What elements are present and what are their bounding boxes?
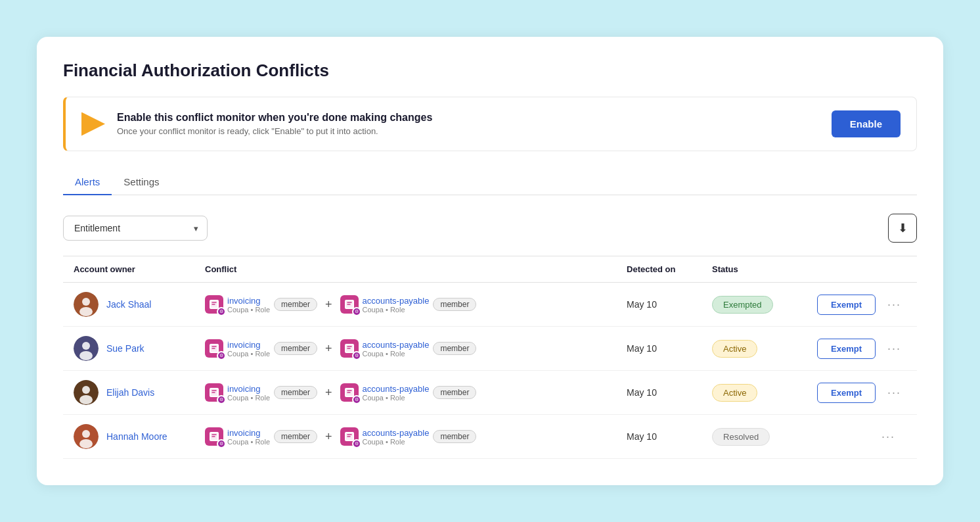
gear-icon: ⚙ — [352, 395, 361, 404]
gear-icon: ⚙ — [217, 307, 226, 316]
download-icon: ⬇ — [898, 221, 908, 235]
more-options-button[interactable]: ··· — [882, 339, 906, 358]
role-link-right[interactable]: accounts-payable — [363, 428, 430, 438]
col-status: Status — [702, 256, 807, 283]
role-badge-left: member — [274, 298, 317, 311]
col-detected-on: Detected on — [616, 256, 702, 283]
banner-subtitle: Once your conflict monitor is ready, cli… — [117, 126, 832, 136]
plus-icon: + — [323, 430, 335, 444]
actions-cell: ··· — [807, 415, 917, 459]
user-cell: Hannah Moore — [63, 415, 194, 459]
entitlement-select[interactable]: Entitlement Role Group — [63, 216, 208, 241]
role-badge-left: member — [274, 342, 317, 355]
svg-rect-19 — [345, 433, 353, 440]
info-banner: Enable this conflict monitor when you're… — [63, 97, 917, 151]
svg-rect-8 — [210, 344, 218, 352]
role-link-right[interactable]: accounts-payable — [363, 384, 430, 394]
conflict-left: ⚙ invoicing Coupa • Role member — [205, 383, 317, 402]
conflict-cell: ⚙ invoicing Coupa • Role member + ⚙ acco… — [194, 283, 616, 327]
role-sub-left: Coupa • Role — [227, 306, 270, 314]
status-badge: Exempted — [712, 296, 773, 314]
toolbar: Entitlement Role Group ▾ ⬇ — [63, 214, 917, 243]
gear-icon: ⚙ — [352, 439, 361, 448]
tab-alerts[interactable]: Alerts — [63, 170, 112, 195]
role-sub-left: Coupa • Role — [227, 394, 270, 402]
status-cell: Active — [702, 371, 807, 415]
role-link-right[interactable]: accounts-payable — [363, 296, 430, 306]
svg-point-2 — [79, 307, 93, 316]
role-icon: ⚙ — [205, 383, 223, 402]
svg-point-11 — [82, 386, 90, 394]
actions-cell: Exempt ··· — [807, 283, 917, 327]
conflict-cell: ⚙ invoicing Coupa • Role member + ⚙ acco… — [194, 415, 616, 459]
conflict-right: ⚙ accounts-payable Coupa • Role member — [340, 383, 477, 402]
actions-cell: Exempt ··· — [807, 371, 917, 415]
svg-rect-13 — [210, 389, 218, 396]
avatar — [74, 380, 99, 405]
svg-point-1 — [82, 298, 90, 306]
exempt-button[interactable]: Exempt — [817, 295, 876, 315]
actions-cell: Exempt ··· — [807, 327, 917, 371]
role-icon: ⚙ — [340, 339, 359, 358]
conflict-left: ⚙ invoicing Coupa • Role member — [205, 427, 317, 446]
role-badge-right: member — [433, 342, 476, 355]
exempt-button[interactable]: Exempt — [817, 383, 876, 403]
svg-point-7 — [79, 351, 93, 360]
svg-point-6 — [82, 342, 90, 350]
svg-rect-18 — [210, 433, 218, 440]
conflict-left: ⚙ invoicing Coupa • Role member — [205, 295, 317, 314]
table-row: Sue Park ⚙ invoicing Coupa • Role member… — [63, 327, 917, 371]
more-options-button[interactable]: ··· — [882, 295, 906, 314]
role-sub-left: Coupa • Role — [227, 438, 270, 446]
page-title: Financial Authorization Conflicts — [63, 60, 917, 81]
plus-icon: + — [323, 298, 335, 312]
enable-button[interactable]: Enable — [832, 110, 901, 137]
svg-point-12 — [79, 395, 93, 404]
role-info-left: invoicing Coupa • Role — [227, 296, 270, 314]
user-link[interactable]: Jack Shaal — [106, 299, 151, 310]
role-link-left[interactable]: invoicing — [227, 384, 270, 394]
play-icon — [81, 112, 105, 136]
gear-icon: ⚙ — [217, 439, 226, 448]
conflict-cell: ⚙ invoicing Coupa • Role member + ⚙ acco… — [194, 327, 616, 371]
role-info-right: accounts-payable Coupa • Role — [363, 384, 430, 402]
role-info-right: accounts-payable Coupa • Role — [363, 340, 430, 358]
gear-icon: ⚙ — [352, 351, 361, 360]
tab-bar: Alerts Settings — [63, 170, 917, 195]
user-link[interactable]: Elijah Davis — [106, 387, 154, 398]
role-link-left[interactable]: invoicing — [227, 296, 270, 306]
svg-point-16 — [82, 430, 90, 438]
table-row: Hannah Moore ⚙ invoicing Coupa • Role me… — [63, 415, 917, 459]
role-info-left: invoicing Coupa • Role — [227, 384, 270, 402]
gear-icon: ⚙ — [217, 351, 226, 360]
more-options-button[interactable]: ··· — [882, 383, 906, 402]
role-info-left: invoicing Coupa • Role — [227, 340, 270, 358]
role-icon: ⚙ — [205, 427, 223, 446]
plus-icon: + — [323, 386, 335, 400]
role-badge-left: member — [274, 386, 317, 399]
role-link-left[interactable]: invoicing — [227, 428, 270, 438]
gear-icon: ⚙ — [217, 395, 226, 404]
conflict-right: ⚙ accounts-payable Coupa • Role member — [340, 339, 477, 358]
user-link[interactable]: Hannah Moore — [106, 431, 167, 442]
status-cell: Exempted — [702, 283, 807, 327]
role-link-left[interactable]: invoicing — [227, 340, 270, 350]
exempt-button[interactable]: Exempt — [817, 339, 876, 359]
user-link[interactable]: Sue Park — [106, 343, 145, 354]
user-cell: Jack Shaal — [63, 283, 194, 327]
svg-rect-14 — [345, 389, 353, 396]
role-badge-right: member — [433, 430, 476, 443]
status-cell: Resolved — [702, 415, 807, 459]
tab-settings[interactable]: Settings — [112, 170, 171, 195]
role-sub-right: Coupa • Role — [363, 394, 430, 402]
avatar — [74, 292, 99, 317]
user-cell: Elijah Davis — [63, 371, 194, 415]
banner-title: Enable this conflict monitor when you're… — [117, 112, 832, 124]
role-link-right[interactable]: accounts-payable — [363, 340, 430, 350]
conflicts-table: Account owner Conflict Detected on Statu… — [63, 256, 917, 459]
more-options-button[interactable]: ··· — [876, 427, 901, 446]
download-button[interactable]: ⬇ — [888, 214, 917, 243]
filter-wrapper: Entitlement Role Group ▾ — [63, 216, 208, 241]
avatar — [74, 424, 99, 449]
status-badge: Resolved — [712, 428, 770, 446]
